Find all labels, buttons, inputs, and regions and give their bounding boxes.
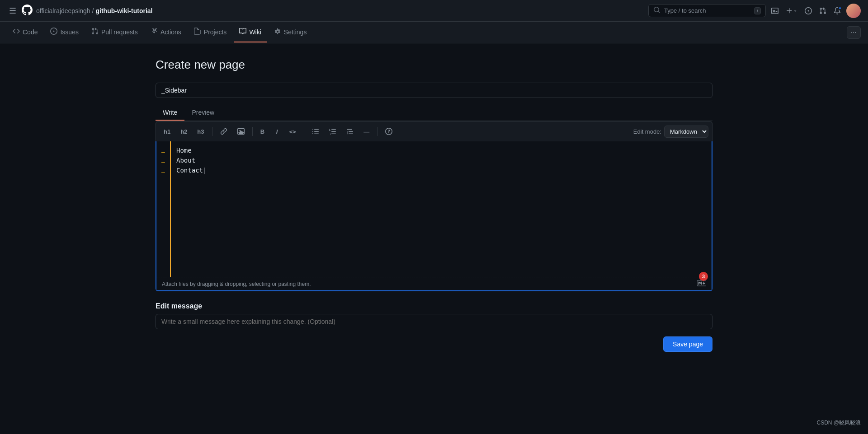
watermark: CSDN @晓风晓浪 [816, 419, 861, 427]
gutter-line-1: — [156, 147, 170, 157]
toolbar-sep-4 [377, 127, 377, 136]
editor-line-2: About [176, 157, 706, 167]
tab-projects[interactable]: Projects [189, 22, 232, 42]
markdown-icon [697, 280, 706, 288]
hamburger-menu-button[interactable]: ☰ [7, 4, 18, 18]
editor-wrapper: — — — Home About Contact 3 Attach files … [156, 141, 712, 291]
repo-nav: Code Issues Pull requests Actions Projec… [0, 22, 868, 43]
breadcrumb-repo[interactable]: github-wiki-tutorial [96, 7, 153, 14]
editor-text-area[interactable]: Home About Contact [171, 141, 712, 277]
editor-toolbar: h1 h2 h3 B I <> — Edit mode: [156, 121, 712, 141]
italic-btn[interactable]: I [271, 125, 283, 138]
tab-pull-requests[interactable]: Pull requests [86, 22, 143, 42]
code-btn[interactable]: <> [285, 125, 301, 138]
toolbar-sep-3 [304, 127, 304, 136]
editor-tabs: Write Preview [156, 105, 712, 121]
wiki-nav-icon [239, 28, 246, 36]
pr-nav-icon [91, 28, 99, 36]
toolbar-sep-1 [212, 127, 212, 136]
actions-nav-icon [151, 28, 158, 36]
issues-nav-icon [50, 28, 57, 36]
main-content: Create new page Write Preview h1 h2 h3 B… [145, 43, 723, 366]
notifications-button[interactable] [832, 5, 843, 16]
issues-button[interactable] [803, 5, 814, 16]
tab-settings[interactable]: Settings [269, 22, 312, 42]
ordered-list-btn[interactable] [325, 125, 340, 138]
search-icon [653, 6, 660, 15]
more-options-button[interactable]: ··· [847, 26, 861, 39]
blockquote-btn[interactable] [342, 125, 358, 138]
tab-preview[interactable]: Preview [184, 105, 222, 121]
h2-btn[interactable]: h2 [176, 125, 191, 138]
repo-nav-right: ··· [847, 26, 861, 39]
bold-btn[interactable]: B [256, 125, 269, 138]
hr-btn[interactable]: — [359, 125, 373, 138]
toolbar-sep-2 [252, 127, 253, 136]
unordered-list-btn[interactable] [308, 125, 323, 138]
gutter-line-3: — [156, 167, 170, 177]
create-new-button[interactable] [784, 5, 799, 16]
breadcrumb-separator: / [92, 7, 94, 14]
image-btn[interactable] [233, 125, 249, 138]
edit-message-section: Edit message [156, 302, 712, 329]
code-icon [13, 28, 20, 36]
top-nav-left: ☰ officialrajdeepsingh / github-wiki-tut… [7, 4, 645, 18]
attach-text: Attach files by dragging & dropping, sel… [162, 281, 311, 287]
search-placeholder-text: Type / to search [664, 7, 750, 14]
page-name-input[interactable] [156, 83, 712, 98]
tab-actions[interactable]: Actions [145, 22, 187, 42]
top-nav-right: Type / to search / [648, 4, 861, 18]
gutter-line-2: — [156, 157, 170, 167]
pull-requests-button[interactable] [817, 5, 828, 16]
edit-message-label: Edit message [156, 302, 712, 310]
tab-code[interactable]: Code [7, 22, 43, 42]
save-section: Save page [156, 336, 712, 352]
search-bar[interactable]: Type / to search / [648, 4, 766, 17]
notification-badge [838, 6, 842, 10]
page-title: Create new page [156, 58, 712, 72]
edit-mode-label: Edit mode: Markdown Rich text [633, 126, 708, 138]
tab-issues[interactable]: Issues [45, 22, 84, 42]
search-shortcut: / [754, 7, 761, 14]
line-gutter: — — — [156, 141, 171, 277]
projects-nav-icon [194, 28, 201, 36]
editor-line-1: Home [176, 147, 706, 157]
tab-wiki[interactable]: Wiki [234, 22, 266, 42]
tab-write[interactable]: Write [156, 105, 184, 121]
github-logo [22, 5, 33, 17]
settings-nav-icon [274, 28, 281, 36]
edit-message-input[interactable] [156, 314, 712, 329]
edit-mode-select[interactable]: Markdown Rich text [664, 126, 708, 138]
top-nav: ☰ officialrajdeepsingh / github-wiki-tut… [0, 0, 868, 22]
link-btn[interactable] [216, 125, 231, 138]
h3-btn[interactable]: h3 [193, 125, 208, 138]
h1-btn[interactable]: h1 [160, 125, 175, 138]
resize-handle-area: 3 Attach files by dragging & dropping, s… [156, 277, 712, 290]
breadcrumb-user[interactable]: officialrajdeepsingh [36, 7, 90, 14]
editor-line-3: Contact [176, 167, 706, 177]
editor-content: — — — Home About Contact [156, 141, 712, 277]
resize-badge: 3 [699, 272, 708, 281]
help-btn[interactable] [381, 125, 396, 138]
save-page-button[interactable]: Save page [663, 336, 712, 352]
terminal-button[interactable] [769, 5, 780, 16]
avatar[interactable] [846, 4, 861, 18]
breadcrumb: officialrajdeepsingh / github-wiki-tutor… [36, 7, 152, 14]
